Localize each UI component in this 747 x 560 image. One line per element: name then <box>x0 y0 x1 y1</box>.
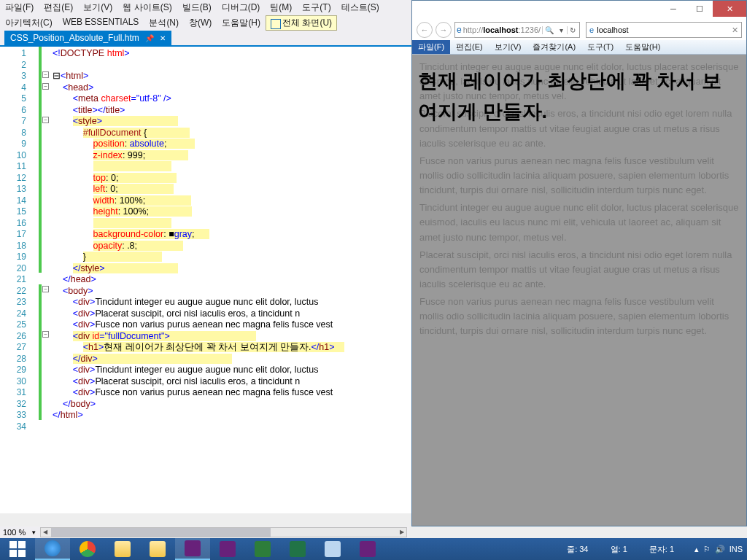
windows-icon <box>9 541 26 557</box>
address-bar[interactable]: e http://localhost:1236/ 🔍 ▾ ↻ <box>454 22 580 38</box>
menu-item[interactable]: 팀(M) <box>265 0 297 15</box>
taskbar-chrome[interactable] <box>70 538 105 560</box>
ie-menu-item[interactable]: 즐겨찾기(A) <box>527 40 581 54</box>
taskbar-notepad[interactable] <box>315 538 350 560</box>
tray-chevron-icon[interactable]: ▴ <box>694 545 699 554</box>
ins-indicator: INS <box>729 545 743 553</box>
overlay-heading: 현재 레이어가 최상단에 꽉 차서 보여지게 만들자. <box>412 55 746 128</box>
fold-column: − − − − − <box>42 47 51 513</box>
scrollbar-thumb[interactable] <box>51 528 271 537</box>
taskbar-vs1[interactable] <box>175 538 210 560</box>
menu-item[interactable]: 보기(V) <box>78 0 117 15</box>
search-icon[interactable]: 🔍 <box>542 26 556 34</box>
fold-icon[interactable]: − <box>42 286 49 292</box>
ie-menu-item[interactable]: 파일(F) <box>412 40 450 54</box>
taskbar-ie[interactable] <box>35 538 70 560</box>
forward-button[interactable]: → <box>436 22 452 38</box>
ie-titlebar: ─ ☐ ✕ <box>412 1 746 20</box>
ie-menu-item[interactable]: 보기(V) <box>489 40 527 54</box>
menu-item[interactable]: WEB ESSENTIALS <box>58 15 144 31</box>
menu-item[interactable]: 웹 사이트(S) <box>117 0 177 15</box>
taskbar-vs4[interactable] <box>350 538 385 560</box>
browser-tab[interactable]: e localhost ✕ <box>586 22 742 38</box>
windows-taskbar: 줄: 34 열: 1 문자: 1 ▴ ⚐ 🔊 INS <box>0 538 747 560</box>
taskbar-control[interactable] <box>140 538 175 560</box>
folder-icon <box>115 541 131 557</box>
taskbar-excel[interactable] <box>280 538 315 560</box>
fold-icon[interactable]: − <box>42 331 49 338</box>
fold-icon[interactable]: − <box>42 71 49 78</box>
ie-viewport[interactable]: Tincidunt integer eu augue augue nunc el… <box>412 55 746 526</box>
horizontal-scrollbar[interactable]: ◀ ▶ <box>40 527 407 537</box>
ie-icon <box>44 540 61 556</box>
back-button[interactable]: ← <box>417 22 433 38</box>
url-text: http://localhost:1236/ <box>463 26 541 34</box>
tray-icon[interactable]: ⚐ <box>703 545 711 554</box>
zoom-level[interactable]: 100 % <box>0 528 28 537</box>
ie-navbar: ← → e http://localhost:1236/ 🔍 ▾ ↻ e loc… <box>412 20 746 40</box>
scroll-right-icon[interactable]: ▶ <box>398 528 406 537</box>
taskbar-explorer[interactable] <box>105 538 140 560</box>
notepad-icon <box>325 541 341 557</box>
ie-browser-window: ─ ☐ ✕ ← → e http://localhost:1236/ 🔍 ▾ ↻… <box>411 0 747 526</box>
taskbar-vs3[interactable] <box>245 538 280 560</box>
menu-item[interactable]: 빌드(B) <box>177 0 217 15</box>
menu-item[interactable]: 편집(E) <box>39 0 78 15</box>
ie-menu-item[interactable]: 도구(T) <box>581 40 619 54</box>
scroll-left-icon[interactable]: ◀ <box>41 528 50 537</box>
tab-title: localhost <box>597 26 628 34</box>
ie-menubar: 파일(F)편집(E)보기(V)즐겨찾기(A)도구(T)도움말(H) <box>412 40 746 55</box>
ie-icon: e <box>457 25 462 35</box>
maximize-button[interactable]: ☐ <box>686 1 713 17</box>
tab-close-icon[interactable]: ✕ <box>732 26 738 35</box>
menu-item[interactable]: 파일(F) <box>0 0 39 15</box>
chrome-icon <box>80 541 96 557</box>
fullscreen-button[interactable]: 전체 화면(U) <box>266 15 337 31</box>
refresh-icon[interactable]: ↻ <box>567 26 578 34</box>
document-tab[interactable]: CSS_Position_Absolute_Full.htm 📌 ✕ <box>4 31 171 45</box>
menu-item[interactable]: 아키텍처(C) <box>0 15 58 31</box>
menu-item[interactable]: 테스트(S) <box>336 0 384 15</box>
editor-statusbar: 100 % ▼ ◀ ▶ <box>0 526 409 538</box>
close-button[interactable]: ✕ <box>713 1 746 17</box>
menu-extra-container: 아키텍처(C)WEB ESSENTIALS분석(N)창(W)도움말(H) <box>0 15 266 31</box>
fullscreen-icon <box>271 19 279 28</box>
vs-icon <box>185 540 201 556</box>
fullscreen-label: 전체 화면(U) <box>282 17 332 29</box>
close-icon[interactable]: ✕ <box>160 34 166 42</box>
minimize-button[interactable]: ─ <box>660 1 686 17</box>
menu-item[interactable]: 디버그(D) <box>217 0 266 15</box>
tray-icon[interactable]: 🔊 <box>715 545 725 554</box>
taskbar-vs2[interactable] <box>210 538 245 560</box>
vs-icon <box>255 541 271 557</box>
vs-icon <box>220 541 236 557</box>
ie-menu-item[interactable]: 도움말(H) <box>619 40 666 54</box>
ie-icon: e <box>589 26 594 34</box>
tab-title: CSS_Position_Absolute_Full.htm <box>10 33 139 43</box>
fold-icon[interactable]: − <box>42 83 49 90</box>
system-tray[interactable]: ▴ ⚐ 🔊 INS <box>694 545 743 554</box>
ie-menu-item[interactable]: 편집(E) <box>450 40 489 54</box>
menu-item[interactable]: 창(W) <box>184 15 217 31</box>
pin-icon[interactable]: 📌 <box>145 34 154 42</box>
menu-item[interactable]: 분석(N) <box>144 15 184 31</box>
line-gutter: 1234567891011121314151617181920212223242… <box>0 47 42 513</box>
change-indicator <box>39 47 42 513</box>
fold-icon[interactable]: − <box>42 117 49 123</box>
dropdown-icon[interactable]: ▾ <box>557 26 565 34</box>
vs-icon <box>360 541 376 557</box>
control-panel-icon <box>150 541 166 557</box>
excel-icon <box>290 541 306 557</box>
menu-item[interactable]: 도구(T) <box>297 0 336 15</box>
start-button[interactable] <box>0 538 35 560</box>
menu-item[interactable]: 도움말(H) <box>217 15 266 31</box>
zoom-dropdown-icon[interactable]: ▼ <box>28 529 39 536</box>
